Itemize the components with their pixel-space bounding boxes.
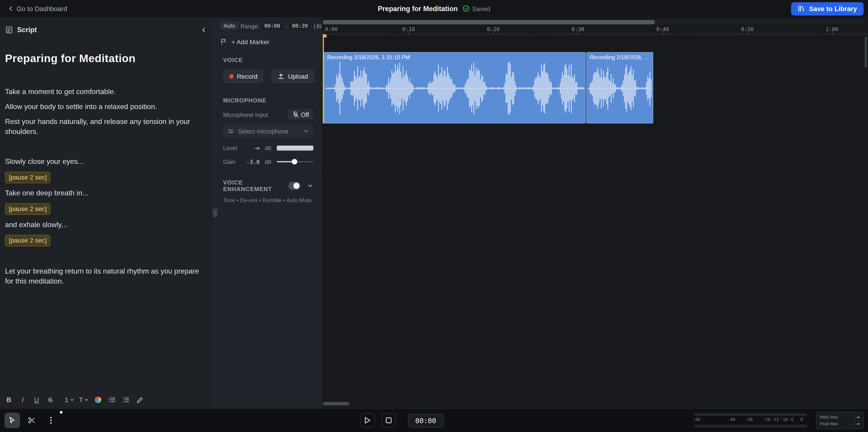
timeline-vertical-scrollbar[interactable]: [865, 36, 867, 67]
bold-glyph: B: [6, 396, 11, 404]
peak-meter-bar: [694, 425, 807, 428]
ruler-tick: [349, 32, 350, 34]
transport-bar: 00:00 -60-40-30-20-15-10-60 RMS Max -∞ P…: [0, 408, 868, 432]
script-line-pause: [pause 2 sec]: [5, 203, 207, 215]
ruler-tick: [773, 32, 773, 34]
voice-section-header: VOICE: [223, 56, 313, 63]
ruler-tick: [731, 32, 731, 34]
select-microphone-dropdown[interactable]: Select microphone: [223, 125, 313, 137]
range-end-input[interactable]: 00:39: [289, 22, 311, 30]
clip-label: Recording 2/18/2026, 1:31:10 PM: [324, 53, 585, 62]
script-line: Rest your hands naturally, and release a…: [5, 117, 207, 137]
script-editor[interactable]: Preparing for Meditation Take a moment t…: [0, 42, 215, 286]
ruler-tick: [637, 32, 638, 34]
back-label: Go to Dashboard: [17, 5, 67, 12]
range-start-input[interactable]: 00:00: [261, 22, 283, 30]
timeline-zoom-scrollbar[interactable]: [323, 20, 655, 25]
pause-tag[interactable]: [pause 2 sec]: [5, 172, 51, 183]
script-document-icon: [5, 26, 13, 34]
collapse-panel-button[interactable]: [200, 27, 207, 33]
gain-slider[interactable]: [277, 158, 313, 165]
stop-button[interactable]: [381, 413, 396, 428]
ruler-tick: [841, 32, 841, 34]
ruler-tick: [646, 32, 646, 34]
ruler-tick: [383, 32, 383, 34]
italic-button[interactable]: I: [17, 394, 29, 406]
pause-tag[interactable]: [pause 2 sec]: [5, 203, 51, 215]
chevron-down-icon[interactable]: [307, 182, 313, 189]
meter-scale-label: -6: [788, 417, 794, 422]
ruler-label: 0:00: [325, 26, 338, 32]
ruler-tick: [561, 32, 561, 34]
highlight-button[interactable]: [133, 394, 146, 406]
ruler-tick: [408, 30, 409, 34]
timeline: 0:000:100:200:300:400:501:00 Recording 2…: [322, 18, 868, 408]
numbered-list-button[interactable]: 12: [120, 394, 132, 406]
bold-button[interactable]: B: [3, 394, 15, 406]
add-marker-button[interactable]: + Add Marker: [215, 34, 321, 50]
underline-button[interactable]: U: [30, 394, 42, 406]
select-tool-button[interactable]: [4, 412, 20, 428]
ruler-tick: [417, 32, 417, 34]
chevron-down-icon: [69, 398, 74, 402]
time-ruler[interactable]: 0:000:100:200:300:400:501:00: [322, 25, 868, 35]
text-color-button[interactable]: [92, 394, 104, 406]
rms-meter-bar: [694, 413, 807, 416]
saved-label: Saved: [472, 5, 490, 12]
auto-range-toggle[interactable]: Auto: [220, 22, 238, 30]
pause-tag[interactable]: [pause 2 sec]: [5, 235, 51, 246]
meter-scale-label: -10: [780, 417, 788, 422]
ruler-tick: [747, 30, 748, 34]
ruler-tick: [332, 32, 333, 34]
script-panel-header: Script: [0, 18, 215, 42]
ruler-tick: [807, 32, 807, 34]
upload-icon: [277, 72, 285, 80]
rms-max-row: RMS Max -∞: [820, 414, 860, 420]
ruler-tick: [815, 32, 815, 34]
audio-clip[interactable]: Recording 2/18/2026, 1:5...: [586, 52, 653, 124]
strikethrough-button[interactable]: S: [44, 394, 56, 406]
svg-text:1: 1: [122, 397, 123, 399]
play-button[interactable]: [361, 413, 375, 428]
meter-scale-label: -60: [693, 417, 700, 422]
record-button[interactable]: Record: [223, 69, 264, 83]
ruler-tick: [324, 30, 324, 34]
recording-controls-panel: ⋮ Auto Range: 00:00 - 00:39 (00:39) + Ad…: [215, 18, 321, 408]
script-line-pause: [pause 2 sec]: [5, 172, 207, 183]
text-size-dropdown[interactable]: 1: [63, 394, 76, 406]
audio-level-meter: -60-40-30-20-15-10-60: [694, 412, 807, 429]
bulleted-list-button[interactable]: [106, 394, 118, 406]
ruler-tick: [620, 32, 621, 34]
ruler-tick: [739, 32, 739, 34]
gain-slider-handle[interactable]: [292, 159, 297, 164]
timeline-horizontal-scrollbar[interactable]: [323, 402, 349, 405]
go-to-dashboard-button[interactable]: Go to Dashboard: [4, 2, 71, 15]
ruler-tick: [680, 32, 680, 34]
ruler-tick: [468, 32, 468, 34]
ruler-tick: [789, 32, 790, 34]
text-style-dropdown[interactable]: T: [77, 394, 90, 406]
ruler-tick: [705, 32, 706, 34]
playhead[interactable]: [323, 34, 324, 123]
ruler-tick: [476, 32, 477, 34]
save-to-library-button[interactable]: Save to Library: [791, 2, 864, 16]
select-microphone-placeholder: Select microphone: [238, 128, 289, 134]
ruler-tick: [442, 32, 443, 34]
ruler-tick: [671, 32, 672, 34]
ruler-tick: [553, 32, 553, 34]
panel-resize-handle[interactable]: ⋮: [213, 208, 218, 217]
level-label: Level: [223, 145, 243, 151]
upload-button[interactable]: Upload: [271, 69, 314, 83]
ruler-tick: [426, 32, 426, 34]
notification-dot: [60, 411, 63, 414]
microphone-input-toggle[interactable]: Off: [287, 109, 313, 119]
audio-clip[interactable]: Recording 2/18/2026, 1:31:10 PM: [324, 52, 586, 124]
plus-sign: +: [231, 38, 235, 45]
stop-icon: [385, 417, 392, 424]
upload-button-label: Upload: [288, 73, 308, 79]
more-tools-button[interactable]: [43, 412, 59, 428]
cut-tool-button[interactable]: [24, 412, 39, 428]
voice-enhancement-toggle[interactable]: [289, 181, 301, 190]
ruler-tick: [688, 32, 688, 34]
range-label: Range:: [241, 23, 259, 29]
